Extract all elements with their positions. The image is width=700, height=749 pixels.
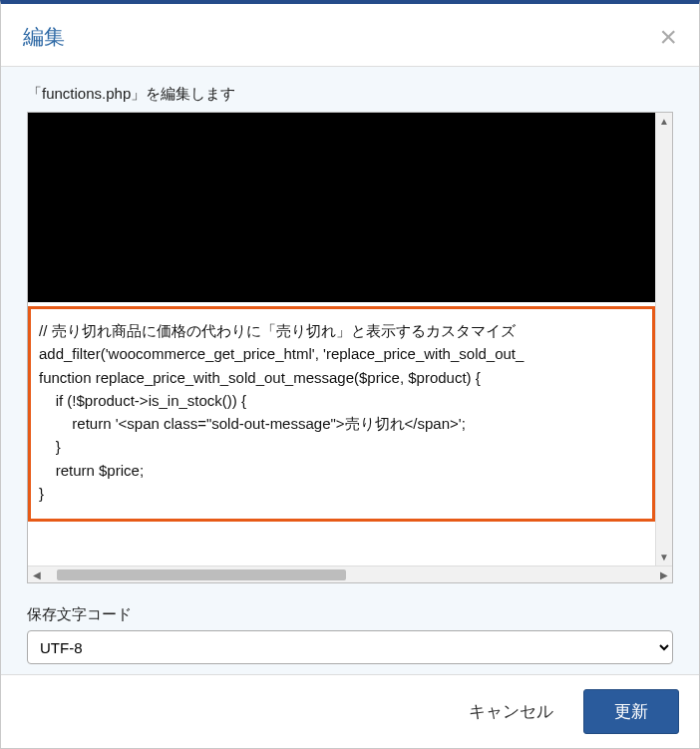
horizontal-scrollbar[interactable]: ◀ ▶ xyxy=(28,565,672,582)
editor-redacted-block xyxy=(28,113,655,302)
encoding-select[interactable]: UTF-8 xyxy=(27,630,673,664)
code-line[interactable]: return '<span class="sold-out-message">売… xyxy=(39,412,644,435)
code-editor[interactable]: // 売り切れ商品に価格の代わりに「売り切れ」と表示するカスタマイズ add_f… xyxy=(27,112,673,583)
modal-body: 「functions.php」を編集します // 売り切れ商品に価格の代わりに「… xyxy=(1,67,699,674)
scroll-down-icon[interactable]: ▼ xyxy=(656,549,672,565)
scroll-right-icon[interactable]: ▶ xyxy=(655,566,672,583)
code-line[interactable]: add_filter('woocommerce_get_price_html',… xyxy=(39,342,644,365)
update-button[interactable]: 更新 xyxy=(583,689,679,734)
scroll-left-icon[interactable]: ◀ xyxy=(28,566,45,583)
modal-footer: キャンセル 更新 xyxy=(1,674,699,748)
modal-header: 編集 × xyxy=(1,4,699,67)
code-line[interactable]: function replace_price_with_sold_out_mes… xyxy=(39,366,644,389)
modal-title: 編集 xyxy=(23,23,65,51)
code-line[interactable]: // 売り切れ商品に価格の代わりに「売り切れ」と表示するカスタマイズ xyxy=(39,319,644,342)
close-icon: × xyxy=(659,20,677,53)
editor-content[interactable]: // 売り切れ商品に価格の代わりに「売り切れ」と表示するカスタマイズ add_f… xyxy=(28,113,655,565)
close-button[interactable]: × xyxy=(659,22,677,52)
hscroll-track[interactable] xyxy=(45,566,655,582)
scroll-up-icon[interactable]: ▲ xyxy=(656,113,672,130)
code-line[interactable]: if (!$product->is_in_stock()) { xyxy=(39,389,644,412)
cancel-button[interactable]: キャンセル xyxy=(457,692,565,731)
file-edit-label: 「functions.php」を編集します xyxy=(27,85,673,104)
code-line[interactable]: return $price; xyxy=(39,459,644,482)
encoding-label: 保存文字コード xyxy=(27,605,673,624)
code-line[interactable]: } xyxy=(39,435,644,458)
vertical-scrollbar[interactable]: ▲ ▼ xyxy=(655,113,672,565)
hscroll-thumb[interactable] xyxy=(57,569,346,580)
code-line[interactable]: } xyxy=(39,482,644,505)
editor-scroll-area: // 売り切れ商品に価格の代わりに「売り切れ」と表示するカスタマイズ add_f… xyxy=(28,113,672,565)
highlighted-code-frame: // 売り切れ商品に価格の代わりに「売り切れ」と表示するカスタマイズ add_f… xyxy=(28,306,655,522)
encoding-section: 保存文字コード UTF-8 xyxy=(27,605,673,664)
edit-modal: 編集 × 「functions.php」を編集します // 売り切れ商品に価格の… xyxy=(0,0,700,749)
